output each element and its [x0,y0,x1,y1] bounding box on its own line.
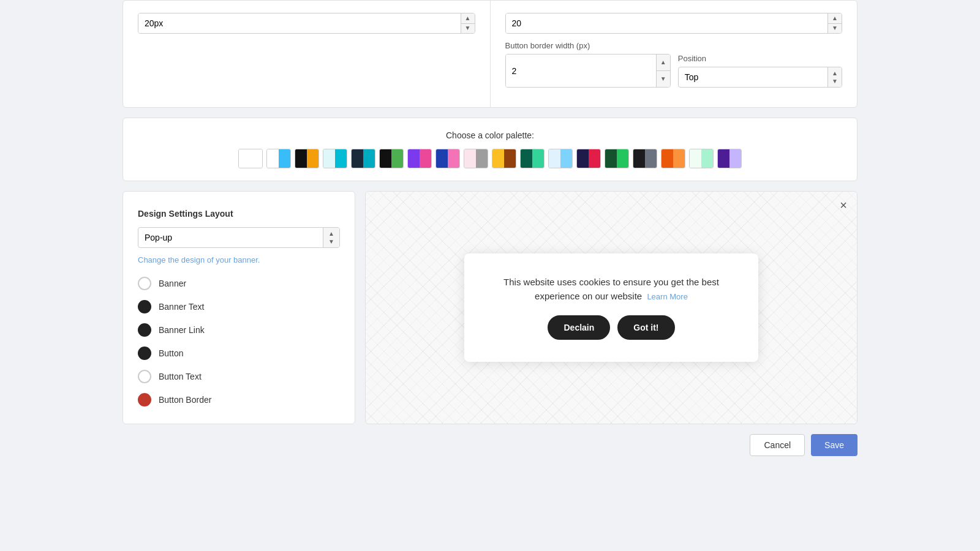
close-button[interactable]: × [840,199,847,211]
top-card-left: ▲ ▼ [123,1,491,107]
swatch-8[interactable] [464,149,488,168]
swatch-16[interactable] [689,149,714,168]
position-group: Position Top Bottom Left Right ▲ ▼ [678,54,842,88]
swatch-15[interactable] [661,149,685,168]
radio-item-button-border[interactable]: Button Border [138,393,340,407]
layout-arrow: ▲ ▼ [323,228,339,247]
border-width-down-btn[interactable]: ▼ [657,71,670,87]
design-card-title: Design Settings Layout [138,209,340,219]
cookie-buttons: Declain Got it! [494,315,729,340]
position-select[interactable]: Top Bottom Left Right [679,67,827,87]
radio-circle-banner-link [138,323,151,337]
position-select-wrapper: Top Bottom Left Right ▲ ▼ [678,67,842,88]
swatch-12[interactable] [576,149,601,168]
radio-circle-button-text [138,370,151,383]
swatch-0[interactable] [238,149,263,168]
decline-button[interactable]: Declain [548,315,610,340]
swatch-7[interactable] [435,149,460,168]
layout-select[interactable]: Pop-up Banner Floating [138,228,323,247]
numeric-spinner: ▲ ▼ [827,13,842,33]
position-arrow: ▲ ▼ [827,67,842,87]
palette-swatches [138,149,842,168]
border-width-label: Button border width (px) [505,41,843,50]
swatch-4[interactable] [351,149,375,168]
preview-card: × This website uses cookies to ensure yo… [365,191,858,424]
padding-input-group: ▲ ▼ [138,13,475,34]
learn-more-link[interactable]: Learn More [647,292,687,301]
swatch-6[interactable] [407,149,432,168]
border-width-spinner: ▲ ▼ [656,54,670,87]
numeric-input-group: ▲ ▼ [505,13,843,34]
radio-item-banner[interactable]: Banner [138,277,340,290]
radio-item-button-text[interactable]: Button Text [138,370,340,383]
border-width-up-btn[interactable]: ▲ [657,54,670,71]
padding-down-btn[interactable]: ▼ [461,24,475,34]
padding-spinner: ▲ ▼ [461,13,475,33]
swatch-10[interactable] [520,149,545,168]
design-subtitle: Change the design of your banner. [138,255,340,264]
radio-circle-button-border [138,393,151,407]
radio-label-banner-text: Banner Text [159,302,204,312]
swatch-3[interactable] [323,149,347,168]
page-wrapper: ▲ ▼ ▲ ▼ Button border width (px) [0,0,980,551]
radio-label-banner-link: Banner Link [159,325,205,335]
layout-select-wrapper: Pop-up Banner Floating ▲ ▼ [138,227,340,248]
position-label: Position [678,54,842,63]
numeric-input[interactable] [506,13,828,33]
design-settings-card: Design Settings Layout Pop-up Banner Flo… [123,191,355,424]
top-card: ▲ ▼ ▲ ▼ Button border width (px) [123,0,858,108]
radio-item-banner-text[interactable]: Banner Text [138,300,340,313]
radio-label-button-text: Button Text [159,372,202,381]
radio-circle-banner [138,277,151,290]
cancel-button[interactable]: Cancel [750,434,805,456]
palette-card: Choose a color palette: [123,118,858,181]
cookie-popup: This website uses cookies to ensure you … [464,253,758,362]
radio-label-banner: Banner [159,279,186,288]
swatch-5[interactable] [379,149,404,168]
radio-label-button: Button [159,348,183,358]
gotit-button[interactable]: Got it! [617,315,674,340]
swatch-2[interactable] [295,149,319,168]
palette-title: Choose a color palette: [138,130,842,140]
top-card-right: ▲ ▼ Button border width (px) ▲ ▼ Posit [491,1,858,107]
swatch-17[interactable] [717,149,742,168]
radio-circle-button [138,347,151,360]
bottom-row: Design Settings Layout Pop-up Banner Flo… [123,191,858,424]
padding-up-btn[interactable]: ▲ [461,13,475,24]
border-width-group: Button border width (px) ▲ ▼ Position [505,41,843,88]
numeric-down-btn[interactable]: ▼ [828,24,842,34]
swatch-1[interactable] [266,149,291,168]
radio-item-button[interactable]: Button [138,347,340,360]
footer-buttons: Cancel Save [123,434,858,456]
cookie-message: This website uses cookies to ensure you … [494,276,729,303]
swatch-11[interactable] [548,149,573,168]
swatch-9[interactable] [492,149,516,168]
swatch-14[interactable] [633,149,657,168]
radio-group: Banner Banner Text Banner Link Button Bu… [138,277,340,407]
radio-item-banner-link[interactable]: Banner Link [138,323,340,337]
border-width-input-group: ▲ ▼ [505,54,671,88]
radio-circle-banner-text [138,300,151,313]
save-button[interactable]: Save [811,434,858,456]
numeric-up-btn[interactable]: ▲ [828,13,842,24]
swatch-13[interactable] [605,149,629,168]
preview-bg: × This website uses cookies to ensure yo… [366,192,857,424]
border-width-input[interactable] [506,54,656,87]
radio-label-button-border: Button Border [159,395,211,405]
padding-input[interactable] [138,13,461,33]
